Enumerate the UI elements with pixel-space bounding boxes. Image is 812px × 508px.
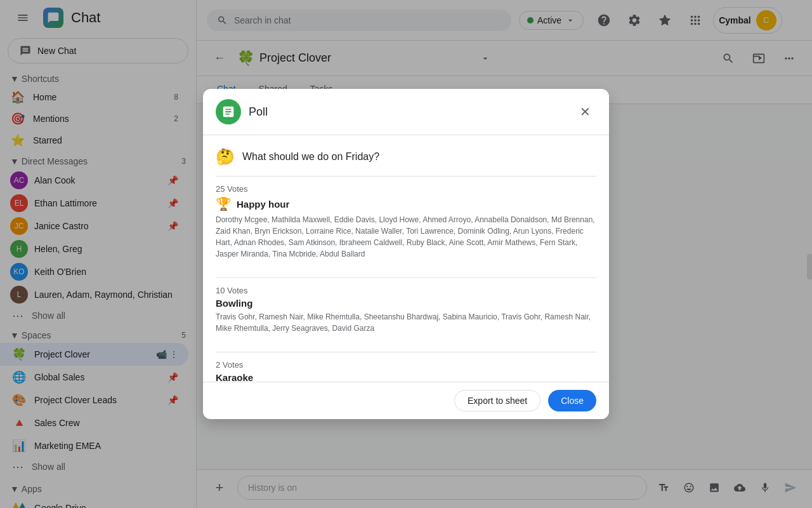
poll-votes-bowling: 10 Votes — [216, 286, 596, 295]
poll-modal-title: Poll — [249, 105, 566, 119]
poll-modal: Poll ✕ 🤔 What should we do on Friday? 25… — [203, 89, 609, 419]
poll-option-name-happy-hour: Happy hour — [237, 199, 289, 210]
poll-option-happy-hour: 25 Votes 🏆 Happy hour Dorothy Mcgee, Mat… — [216, 176, 596, 267]
poll-option-header-bowling: Bowling — [216, 298, 596, 309]
poll-voters-bowling: Travis Gohr, Ramesh Nair, Mike Rhemtulla… — [216, 311, 596, 334]
modal-footer: Export to sheet Close — [203, 382, 609, 419]
poll-votes-karaoke: 2 Votes — [216, 360, 596, 370]
poll-option-header-karaoke: Karaoke — [216, 372, 596, 382]
poll-votes-happy-hour: 25 Votes — [216, 184, 596, 194]
modal-header: Poll ✕ — [203, 89, 609, 135]
export-to-sheet-button[interactable]: Export to sheet — [454, 390, 540, 411]
modal-close-button[interactable]: ✕ — [573, 100, 596, 123]
trophy-icon: 🏆 — [216, 196, 232, 211]
poll-option-karaoke: 2 Votes Karaoke Jerry Seagraves, David G… — [216, 352, 596, 382]
poll-option-bowling: 10 Votes Bowling Travis Gohr, Ramesh Nai… — [216, 277, 596, 342]
poll-modal-icon — [216, 99, 241, 124]
poll-question-emoji: 🤔 — [216, 148, 235, 166]
close-modal-button[interactable]: Close — [548, 390, 596, 411]
poll-option-name-karaoke: Karaoke — [216, 372, 253, 382]
modal-overlay: Poll ✕ 🤔 What should we do on Friday? 25… — [0, 0, 812, 508]
modal-body: 🤔 What should we do on Friday? 25 Votes … — [203, 135, 609, 382]
poll-question: 🤔 What should we do on Friday? — [216, 148, 596, 166]
poll-voters-happy-hour: Dorothy Mcgee, Mathilda Maxwell, Eddie D… — [216, 214, 596, 260]
poll-option-name-bowling: Bowling — [216, 298, 252, 309]
poll-option-header-happy-hour: 🏆 Happy hour — [216, 196, 596, 211]
poll-question-text: What should we do on Friday? — [242, 151, 379, 163]
